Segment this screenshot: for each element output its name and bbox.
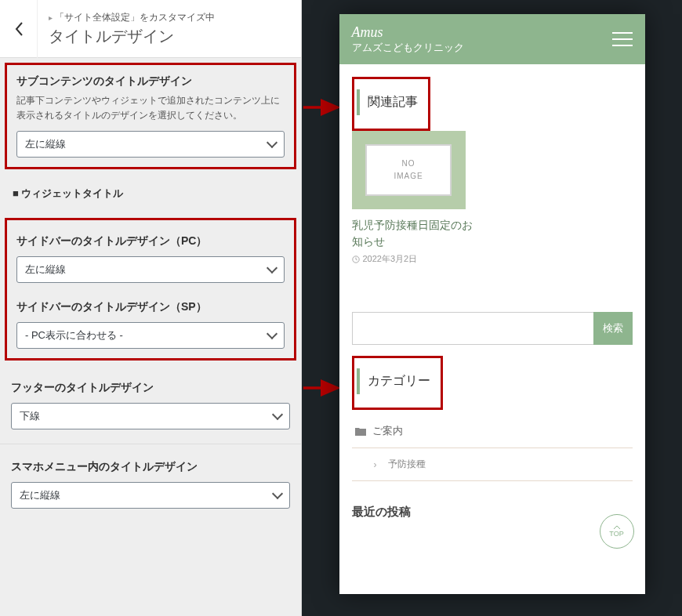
top-label: TOP [609, 530, 623, 538]
chevron-left-icon [14, 21, 24, 37]
select-value: 左に縦線 [20, 488, 60, 502]
section-title: サブコンテンツのタイトルデザイン [16, 74, 285, 89]
search-button[interactable]: 検索 [593, 312, 633, 345]
field-title: フッターのタイトルデザイン [11, 381, 290, 395]
search-input[interactable] [352, 312, 593, 345]
no-image-placeholder: NO IMAGE [365, 144, 452, 196]
page-title: タイトルデザイン [49, 26, 215, 47]
category-list: ご案内 予防接種 [352, 415, 633, 481]
back-button[interactable] [0, 0, 38, 58]
select-value: 下線 [20, 409, 40, 423]
hamburger-icon[interactable] [612, 32, 633, 46]
select-value: 左に縦線 [25, 137, 66, 151]
post-meta: 2022年3月2日 [352, 253, 633, 265]
category-label: ご案内 [372, 424, 403, 438]
section-footer: フッターのタイトルデザイン 下線 [0, 365, 301, 444]
field-title: スマホメニュー内のタイトルデザイン [11, 460, 290, 474]
category-item-child[interactable]: 予防接種 [352, 448, 633, 481]
widget-title-related: 関連記事 [357, 89, 426, 115]
preview-area: Amus アムズこどもクリニック 関連記事 NO IMAGE 乳児予防接種日固定… [302, 0, 682, 616]
widget-subheading: ウィジェットタイトル [0, 174, 301, 213]
scroll-top-button[interactable]: TOP [600, 514, 634, 549]
post-thumbnail: NO IMAGE [352, 131, 466, 209]
post-date: 2022年3月2日 [363, 253, 418, 265]
highlight-box: カテゴリー [352, 356, 443, 410]
widget-title-recent: 最近の投稿 [352, 505, 633, 520]
brand-jp: アムズこどもクリニック [352, 41, 464, 55]
customizer-titles: 「サイト全体設定」をカスタマイズ中 タイトルデザイン [38, 3, 226, 55]
related-post-card[interactable]: NO IMAGE 乳児予防接種日固定のお知らせ 2022年3月2日 [352, 131, 633, 265]
sub-content-select[interactable]: 左に縦線 [16, 131, 285, 158]
sidebar-pc-select[interactable]: 左に縦線 [16, 256, 285, 283]
select-value: - PC表示に合わせる - [25, 328, 123, 342]
widget-title-category: カテゴリー [357, 368, 438, 394]
section-sidebar: サイドバーのタイトルデザイン（PC） 左に縦線 サイドバーのタイトルデザイン（S… [5, 218, 296, 361]
customizer-header: 「サイト全体設定」をカスタマイズ中 タイトルデザイン [0, 0, 301, 58]
select-value: 左に縦線 [25, 263, 66, 277]
post-title: 乳児予防接種日固定のお知らせ [352, 217, 477, 250]
site-header: Amus アムズこどもクリニック [339, 14, 645, 64]
field-title: サイドバーのタイトルデザイン（PC） [16, 234, 285, 248]
category-item[interactable]: ご案内 [352, 415, 633, 448]
site-brand[interactable]: Amus アムズこどもクリニック [352, 24, 464, 55]
search-form: 検索 [352, 312, 633, 345]
highlight-box: 関連記事 [352, 77, 430, 131]
spmenu-select[interactable]: 左に縦線 [11, 482, 290, 509]
clock-icon [352, 255, 360, 263]
section-spmenu: スマホメニュー内のタイトルデザイン 左に縦線 [0, 444, 301, 523]
mobile-preview: Amus アムズこどもクリニック 関連記事 NO IMAGE 乳児予防接種日固定… [339, 14, 645, 594]
preview-main: 関連記事 NO IMAGE 乳児予防接種日固定のお知らせ 2022年3月2日 検… [339, 64, 645, 532]
brand-script: Amus [352, 24, 464, 41]
section-sub-content: サブコンテンツのタイトルデザイン 記事下コンテンツやウィジェットで追加されたコン… [5, 63, 296, 169]
field-title: サイドバーのタイトルデザイン（SP） [16, 300, 285, 314]
breadcrumb: 「サイト全体設定」をカスタマイズ中 [49, 11, 215, 24]
sidebar-sp-select[interactable]: - PC表示に合わせる - [16, 322, 285, 349]
section-desc: 記事下コンテンツやウィジェットで追加されたコンテンツ上に表示されるタイトルのデザ… [16, 93, 285, 123]
folder-icon [355, 426, 366, 436]
category-label: 予防接種 [388, 458, 426, 471]
customizer-panel: 「サイト全体設定」をカスタマイズ中 タイトルデザイン サブコンテンツのタイトルデ… [0, 0, 302, 616]
footer-select[interactable]: 下線 [11, 403, 290, 429]
